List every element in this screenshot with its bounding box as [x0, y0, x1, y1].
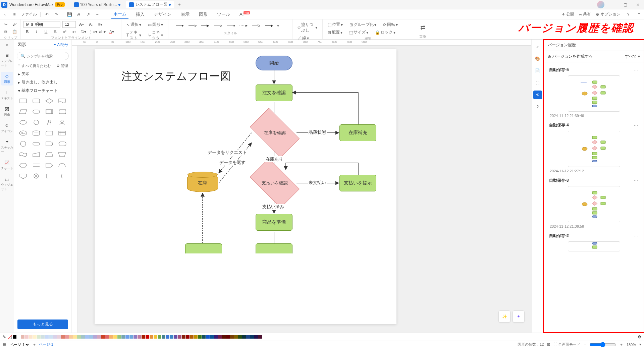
page-link[interactable]: ページ-1	[39, 342, 53, 347]
color-swatch[interactable]	[198, 335, 202, 339]
add-page-button[interactable]: ＋	[33, 342, 36, 347]
shape-yes[interactable]: Yes	[17, 128, 29, 138]
color-swatch[interactable]	[89, 335, 93, 339]
redo-button[interactable]: ↷	[53, 11, 59, 17]
align-button[interactable]: ≡▾	[97, 21, 104, 28]
line-spacing-button[interactable]: ⇅▾	[80, 28, 87, 36]
shape-hexagon[interactable]	[17, 161, 29, 170]
color-swatch[interactable]	[226, 335, 230, 339]
highlight-button[interactable]: ab▾	[99, 28, 106, 36]
diagram-title[interactable]: 注文システムフロー図	[121, 69, 231, 84]
history-list[interactable]: 自動保存-5⋯ 2024-11-12 21:39:46 自動保存-4⋯ 2024…	[544, 62, 644, 333]
shape-stored-data[interactable]	[56, 107, 68, 116]
expand-right-button[interactable]: »	[533, 42, 542, 51]
format-painter-button[interactable]: 🖌	[11, 21, 18, 28]
shape-trapezoid[interactable]	[44, 150, 55, 159]
shape-summing[interactable]	[31, 171, 42, 181]
color-swatch[interactable]	[250, 335, 254, 339]
position-button[interactable]: ⬚ 位置▾	[325, 21, 345, 28]
color-swatch[interactable]	[194, 335, 198, 339]
color-swatch[interactable]	[65, 335, 69, 339]
rail-icon[interactable]: ☺アイコン	[1, 121, 13, 135]
cat-arrows[interactable]: ▸ 矢印	[14, 70, 71, 78]
zoom-value[interactable]: 130%	[627, 343, 636, 347]
color-swatch[interactable]	[138, 335, 141, 339]
color-swatch[interactable]	[238, 335, 242, 339]
print-button[interactable]: 🖨	[76, 11, 82, 17]
properties-button[interactable]: 📄	[533, 66, 542, 75]
shape-parallelogram[interactable]	[17, 107, 29, 116]
page-select[interactable]: ページ-1	[9, 342, 30, 347]
ai-symbol-button[interactable]: ✦ AI記号	[53, 42, 68, 47]
minimize-button[interactable]: —	[608, 1, 617, 8]
node-show-payment[interactable]: 支払いを提示	[339, 175, 376, 191]
item-menu[interactable]: ⋯	[634, 234, 639, 238]
bold-button[interactable]: B	[23, 28, 31, 36]
shape-person[interactable]	[44, 118, 55, 127]
color-swatch[interactable]	[129, 335, 133, 339]
tab-insert[interactable]: 挿入	[134, 10, 147, 19]
share-button[interactable]: ∞ 共有	[579, 11, 591, 17]
shape-rect[interactable]	[17, 96, 29, 106]
color-swatch[interactable]	[105, 335, 109, 339]
rail-sticker[interactable]: ✦ステッカー	[1, 137, 13, 156]
shape-search[interactable]: 🔍	[17, 52, 69, 60]
color-swatch[interactable]	[13, 335, 16, 339]
history-filter[interactable]: すべて ▾	[625, 54, 640, 59]
item-menu[interactable]: ⋯	[634, 178, 639, 183]
shape-user[interactable]	[56, 118, 68, 127]
node-partial-2[interactable]	[256, 243, 292, 253]
color-swatch[interactable]	[33, 335, 37, 339]
color-swatch[interactable]	[109, 335, 113, 339]
history-item[interactable]: 自動保存-2⋯	[547, 230, 641, 255]
no-color-icon[interactable]	[8, 335, 12, 339]
color-swatch[interactable]	[57, 335, 61, 339]
help-button[interactable]: ?	[533, 103, 542, 111]
color-swatch[interactable]	[242, 335, 246, 339]
fill-button[interactable]: ◇ 塗りつぶし▾	[295, 21, 320, 34]
color-swatch[interactable]	[125, 335, 129, 339]
collapse-rail-button[interactable]: «	[1, 42, 13, 48]
color-swatch[interactable]	[162, 335, 165, 339]
size-button[interactable]: ⬚ サイズ▾	[347, 28, 371, 36]
zoom-slider[interactable]	[589, 342, 616, 347]
help-icon[interactable]: ?	[625, 11, 631, 17]
subscript-button[interactable]: x₂	[70, 28, 78, 36]
color-swatch[interactable]	[25, 335, 29, 339]
color-swatch[interactable]	[121, 335, 125, 339]
fullscreen-button[interactable]: ⛶ 全画面モード	[553, 342, 580, 347]
doc-tab-0[interactable]: 100 Years of Solitu...	[71, 1, 124, 8]
color-swatch[interactable]	[230, 335, 234, 339]
superscript-button[interactable]: x²	[61, 28, 68, 36]
color-swatch[interactable]	[154, 335, 157, 339]
layers-button[interactable]: ⬚	[533, 78, 542, 87]
tab-ai[interactable]: AIhot	[237, 10, 252, 18]
history-thumbnail[interactable]	[568, 131, 620, 167]
create-version-button[interactable]: ⊕ バージョンを作成する	[548, 54, 593, 59]
add-tab-button[interactable]: ＋	[176, 1, 183, 8]
item-menu[interactable]: ⋯	[634, 123, 639, 128]
shape-display[interactable]	[56, 139, 68, 149]
color-swatch[interactable]	[21, 335, 24, 339]
tab-tool[interactable]: ツール	[215, 10, 232, 19]
rail-template[interactable]: ⊞テンプレート	[1, 51, 13, 69]
color-swatch[interactable]	[17, 335, 20, 339]
pages-icon[interactable]: ▦	[3, 342, 6, 347]
shape-tape[interactable]	[17, 150, 29, 159]
shape-ellipse[interactable]	[17, 118, 29, 127]
arrow-style[interactable]	[252, 24, 260, 28]
align-button[interactable]: ⊟ 配置▾	[325, 28, 345, 36]
strike-button[interactable]: S̶	[52, 28, 59, 36]
node-prepare-goods[interactable]: 商品を準備	[256, 214, 292, 231]
italic-button[interactable]: I	[33, 28, 40, 36]
color-swatch[interactable]	[254, 335, 258, 339]
shape-tool[interactable]: ▭ 図形 ▾	[146, 21, 165, 28]
color-swatch[interactable]	[69, 335, 73, 339]
shape-circle2[interactable]	[17, 139, 29, 149]
color-swatch[interactable]	[81, 335, 85, 339]
rail-text[interactable]: Tテキスト	[1, 88, 13, 102]
rotate-button[interactable]: ⟳ 回転▾	[381, 21, 400, 28]
manage-button[interactable]: ⚙ 管理	[56, 63, 68, 68]
arrow-style[interactable]	[201, 24, 209, 28]
color-swatch[interactable]	[49, 335, 53, 339]
